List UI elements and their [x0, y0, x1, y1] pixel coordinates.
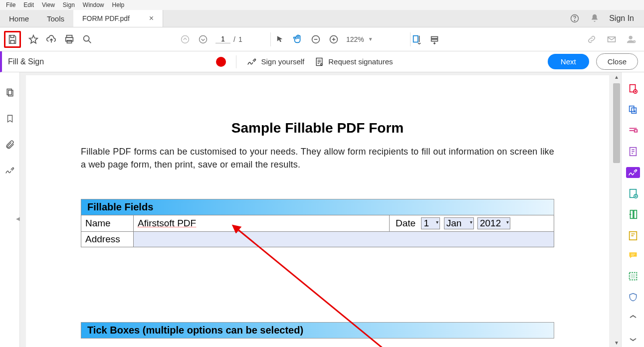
svg-point-1: [575, 20, 575, 21]
sticky-note-icon[interactable]: [626, 251, 640, 261]
hand-icon[interactable]: [292, 34, 303, 45]
scroll-up-icon[interactable]: ▲: [612, 72, 621, 81]
document-viewport[interactable]: Sample Fillable PDF Form Fillable PDF fo…: [20, 72, 621, 347]
more-tools-chevron-icon[interactable]: [626, 313, 640, 322]
scroll-down-icon[interactable]: ▼: [612, 338, 621, 347]
zoom-out-icon[interactable]: [310, 34, 321, 45]
find-icon[interactable]: [82, 34, 93, 45]
fit-width-icon[interactable]: [411, 34, 422, 45]
scrollbar[interactable]: ▲ ▼: [612, 72, 621, 347]
request-signatures-label: Request signatures: [328, 57, 393, 66]
tab-document-label: FORM PDF.pdf: [82, 14, 130, 22]
expand-tools-chevron-icon[interactable]: [626, 336, 640, 345]
zoom-value: 122%: [346, 35, 364, 43]
address-label: Address: [81, 232, 134, 247]
menu-sign[interactable]: Sign: [59, 1, 79, 8]
tab-document[interactable]: FORM PDF.pdf ×: [73, 10, 163, 27]
tab-home[interactable]: Home: [0, 10, 38, 27]
color-dot-icon[interactable]: [216, 57, 226, 67]
stamp-icon[interactable]: [626, 271, 640, 282]
close-button[interactable]: Close: [596, 53, 638, 70]
menu-file[interactable]: File: [2, 1, 19, 8]
sign-in-link[interactable]: Sign In: [609, 14, 634, 23]
document-intro: Fillable PDF forms can be customised to …: [81, 145, 554, 171]
comment-icon[interactable]: [626, 230, 640, 241]
left-rail: ◀: [0, 72, 20, 347]
combine-files-icon[interactable]: [626, 104, 640, 115]
page-separator: /: [233, 35, 235, 43]
tab-tools[interactable]: Tools: [38, 10, 73, 27]
date-day-select[interactable]: 1: [421, 217, 440, 229]
svg-rect-5: [67, 40, 71, 43]
name-value-cell: [134, 215, 390, 232]
table-row: Name Date 1 Jan 2012: [81, 215, 554, 232]
notifications-icon[interactable]: [589, 13, 600, 24]
svg-rect-33: [634, 130, 637, 132]
mail-icon[interactable]: [606, 34, 617, 45]
protect-icon[interactable]: [626, 292, 640, 303]
document-heading: Sample Fillable PDF Form: [81, 120, 554, 136]
star-icon[interactable]: [28, 34, 39, 45]
signature-panel-icon[interactable]: [4, 165, 15, 176]
share-user-icon[interactable]: +: [626, 34, 637, 45]
address-input[interactable]: [134, 232, 554, 247]
page-up-icon[interactable]: [180, 34, 191, 45]
table-row: Address: [81, 232, 554, 247]
thumbnails-icon[interactable]: [4, 87, 15, 98]
menu-view[interactable]: View: [38, 1, 59, 8]
svg-point-9: [200, 35, 207, 43]
attachment-icon[interactable]: [4, 139, 15, 150]
zoom-dropdown[interactable]: 122% ▼: [346, 35, 373, 43]
fill-sign-tool-icon[interactable]: [626, 167, 640, 178]
create-pdf-icon[interactable]: [626, 83, 640, 94]
help-icon[interactable]: [569, 13, 580, 24]
zoom-in-icon[interactable]: [328, 34, 339, 45]
cursor-icon[interactable]: [274, 34, 285, 45]
menu-window[interactable]: Window: [79, 1, 108, 8]
svg-rect-16: [431, 36, 438, 38]
svg-rect-44: [631, 274, 635, 278]
send-for-comments-icon[interactable]: [626, 209, 640, 220]
tabs-bar: Home Tools FORM PDF.pdf × Sign In: [0, 10, 644, 27]
export-pdf-icon[interactable]: [626, 146, 640, 157]
menu-help[interactable]: Help: [108, 1, 129, 8]
section-tick-boxes: Tick Boxes (multiple options can be sele…: [81, 322, 554, 339]
name-input[interactable]: [138, 218, 385, 229]
link-icon[interactable]: [586, 34, 597, 45]
bookmark-icon[interactable]: [4, 113, 15, 124]
svg-rect-25: [8, 90, 12, 96]
svg-rect-17: [431, 39, 438, 41]
menu-edit[interactable]: Edit: [19, 1, 38, 8]
date-label: Date: [394, 218, 418, 229]
sign-yourself-button[interactable]: Sign yourself: [246, 56, 305, 67]
organize-pages-icon[interactable]: [626, 188, 640, 199]
date-year-select[interactable]: 2012: [477, 217, 510, 229]
form-table: Name Date 1 Jan 2012 Address: [81, 215, 554, 247]
print-icon[interactable]: [64, 34, 75, 45]
scroll-mode-icon[interactable]: [429, 34, 440, 45]
main-toolbar: / 1 122% ▼: [0, 27, 644, 51]
page-down-icon[interactable]: [198, 34, 209, 45]
date-month-select[interactable]: Jan: [444, 217, 474, 229]
page-current-input[interactable]: [215, 35, 230, 43]
name-label: Name: [81, 215, 134, 232]
svg-point-6: [84, 35, 89, 41]
scrollbar-thumb[interactable]: [613, 83, 620, 163]
document-area: ◀ Sample Fillable PDF Form Fillable PDF …: [0, 72, 644, 347]
page-total: 1: [238, 35, 242, 43]
save-icon[interactable]: [4, 31, 21, 48]
right-rail: [621, 72, 644, 347]
svg-rect-38: [634, 210, 637, 219]
sign-yourself-label: Sign yourself: [261, 57, 305, 66]
svg-line-7: [89, 40, 91, 43]
tab-close-icon[interactable]: ×: [149, 14, 154, 23]
pdf-page: Sample Fillable PDF Form Fillable PDF fo…: [26, 75, 609, 347]
menu-bar: File Edit View Sign Window Help: [0, 0, 644, 10]
next-button[interactable]: Next: [548, 54, 589, 69]
edit-pdf-icon[interactable]: [626, 125, 640, 136]
svg-point-19: [629, 35, 633, 39]
svg-text:+: +: [634, 40, 635, 43]
request-signatures-button[interactable]: Request signatures: [314, 56, 393, 67]
cloud-upload-icon[interactable]: [46, 34, 57, 45]
fill-sign-title: Fill & Sign: [8, 57, 44, 66]
